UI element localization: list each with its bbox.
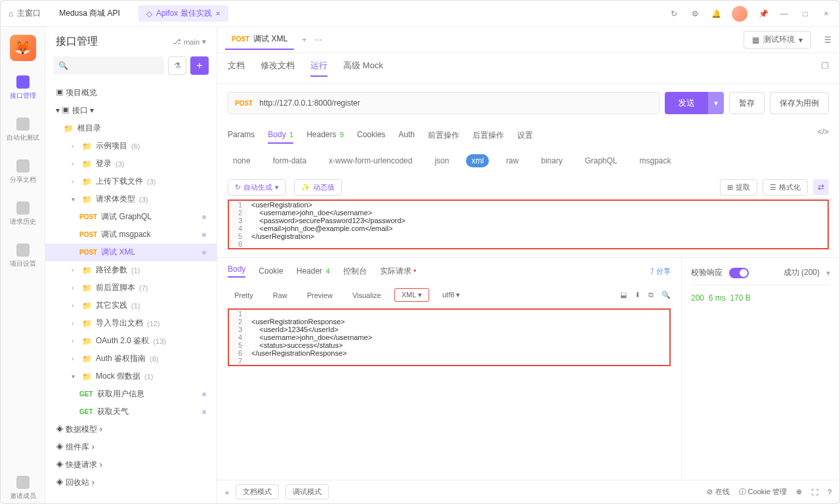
nav-history[interactable]: 请求历史 (7, 199, 39, 229)
param-tab[interactable]: Auth (398, 127, 415, 144)
param-tab[interactable]: Headers 9 (306, 127, 344, 144)
pin-icon[interactable]: 📌 (758, 9, 768, 19)
tree-endpoint[interactable]: POST 调试 XML (45, 243, 217, 261)
tab-medusa[interactable]: Medusa 商城 API (51, 5, 128, 22)
request-body-editor[interactable]: 1<userRegistration>2 <username>john_doe<… (228, 200, 829, 249)
body-type[interactable]: raw (501, 154, 524, 167)
minimize-icon[interactable]: — (779, 9, 789, 19)
tree-endpoint[interactable]: POST 调试 GraphQL (45, 208, 217, 226)
search-icon[interactable]: 🔍 (662, 291, 671, 299)
tree-section[interactable]: ◈ 回收站 › (45, 474, 217, 492)
resp-tab[interactable]: Cookie (259, 266, 283, 276)
avatar[interactable] (732, 6, 747, 22)
export-icon[interactable]: ⬇ (635, 291, 640, 299)
bell-icon[interactable]: 🔔 (711, 9, 721, 19)
format-button[interactable]: ☰ 格式化 (763, 179, 808, 196)
send-button[interactable]: 发送 (665, 92, 708, 114)
body-type[interactable]: msgpack (635, 154, 677, 167)
param-tab[interactable]: Params (228, 127, 255, 144)
doctab[interactable]: 修改文档 (261, 60, 295, 77)
tree-overview[interactable]: ▣ 项目概览 (45, 84, 217, 102)
copy-icon[interactable]: ⧉ (648, 291, 654, 299)
doc-mode-button[interactable]: 文档模式 (236, 484, 279, 499)
format-option[interactable]: Raw (266, 289, 294, 301)
doctab[interactable]: 高级 Mock (343, 60, 383, 77)
nav-api[interactable]: 接口管理 (7, 73, 39, 103)
settings-icon[interactable]: ⚙ (690, 9, 700, 19)
tree-folder[interactable]: ›📁 导入导出文档 (12) (45, 314, 217, 332)
resp-tab[interactable]: Header 4 (297, 266, 330, 276)
format-option[interactable]: Pretty (228, 289, 260, 301)
collapse-icon[interactable]: « (225, 488, 229, 496)
cookie-mgmt[interactable]: ⓘ Cookie 管理 (739, 487, 787, 497)
tree-folder[interactable]: ›📁 Auth 鉴权指南 (8) (45, 350, 217, 368)
url-input[interactable]: POST http://127.0.0.1:8000/register (228, 92, 660, 114)
close-icon[interactable]: × (821, 9, 831, 19)
param-tab[interactable]: 前置操作 (428, 127, 459, 144)
resp-tab[interactable]: Body (228, 264, 245, 278)
chevron-down-icon[interactable]: ▾ (826, 268, 830, 278)
resp-tab[interactable]: 控制台 (343, 266, 367, 277)
tree-section[interactable]: ◈ 数据模型 › (45, 421, 217, 438)
param-tab[interactable]: 设置 (517, 127, 533, 144)
auto-gen-button[interactable]: ↻ 自动生成 ▾ (228, 179, 286, 196)
doctab[interactable]: 文档 (228, 60, 245, 77)
dyn-val-button[interactable]: ✨ 动态值 (294, 179, 342, 196)
body-type[interactable]: binary (536, 154, 568, 167)
branch-selector[interactable]: ⎇ main ▾ (173, 37, 206, 46)
doctab[interactable]: 运行 (310, 60, 327, 77)
download-icon[interactable]: ⬓ (620, 291, 627, 299)
filter-button[interactable]: ⚗ (168, 56, 186, 75)
tree-endpoint[interactable]: GET 获取天气 (45, 403, 217, 421)
plus-icon[interactable]: ⊕ (796, 488, 802, 496)
tree-folder[interactable]: ›📁 登录 (3) (45, 155, 217, 173)
layout-icon[interactable]: ▢ (821, 60, 829, 77)
param-tab[interactable]: 后置操作 (472, 127, 504, 144)
toggle-button[interactable]: ⇄ (813, 179, 829, 195)
resp-tab[interactable]: 实际请求 • (380, 266, 417, 277)
validate-toggle[interactable] (729, 268, 749, 278)
body-type[interactable]: x-www-form-urlencoded (324, 154, 417, 167)
param-tab[interactable]: Cookies (357, 127, 385, 144)
tree-folder[interactable]: ›📁 前后置脚本 (7) (45, 279, 217, 297)
request-tab[interactable]: POST 调试 XML (225, 30, 294, 50)
send-dropdown[interactable]: ▾ (708, 92, 724, 114)
extract-button[interactable]: ⊞ 提取 (720, 179, 757, 196)
logo[interactable]: 🦊 (10, 35, 36, 61)
nav-share[interactable]: 分享文档 (7, 157, 39, 187)
nav-autotest[interactable]: 自动化测试 (4, 115, 42, 145)
more-icon[interactable]: ⋯ (314, 35, 322, 45)
tree-folder[interactable]: ›📁 上传下载文件 (3) (45, 173, 217, 190)
body-type[interactable]: form-data (268, 154, 312, 167)
save-case-button[interactable]: 保存为用例 (770, 92, 829, 114)
nav-invite[interactable]: 邀请成员 (7, 473, 39, 503)
add-tab-icon[interactable]: + (302, 35, 306, 45)
tree-folder[interactable]: ›📁 路径参数 (1) (45, 261, 217, 279)
tree-endpoint[interactable]: GET 获取用户信息 (45, 385, 217, 403)
tree-endpoint[interactable]: POST 调试 msgpack (45, 226, 217, 243)
body-type[interactable]: GraphQL (579, 154, 622, 167)
refresh-icon[interactable]: ↻ (669, 9, 679, 19)
tree-root[interactable]: 📁 根目录 (45, 119, 217, 137)
tab-apifox[interactable]: ◇ Apifox 最佳实践 × (138, 5, 228, 22)
tree-section[interactable]: ◈ 快捷请求 › (45, 456, 217, 474)
format-option[interactable]: utf8 ▾ (436, 289, 467, 301)
tree-folder[interactable]: ▾📁 Mock 假数据 (1) (45, 368, 217, 385)
body-type[interactable]: xml (466, 154, 489, 167)
body-type[interactable]: none (228, 154, 256, 167)
tree-folder[interactable]: ›📁 其它实践 (1) (45, 297, 217, 314)
maximize-icon[interactable]: □ (800, 9, 810, 19)
body-type[interactable]: json (429, 154, 454, 167)
tree-section[interactable]: ◈ 组件库 › (45, 438, 217, 456)
format-option[interactable]: XML ▾ (394, 288, 429, 302)
format-option[interactable]: Preview (301, 289, 339, 301)
tree-folder[interactable]: ›📁 OAuth 2.0 鉴权 (13) (45, 332, 217, 350)
share-button[interactable]: ⤴ 分享 (650, 266, 671, 276)
help-icon[interactable]: ? (828, 488, 831, 496)
format-option[interactable]: Visualize (346, 289, 388, 301)
close-icon[interactable]: × (216, 9, 220, 18)
debug-mode-button[interactable]: 调试模式 (285, 484, 329, 499)
env-selector[interactable]: ▦ 测试环境 ▾ (744, 31, 811, 49)
param-tab[interactable]: Body 1 (268, 127, 293, 144)
save-tmp-button[interactable]: 暂存 (729, 92, 765, 114)
